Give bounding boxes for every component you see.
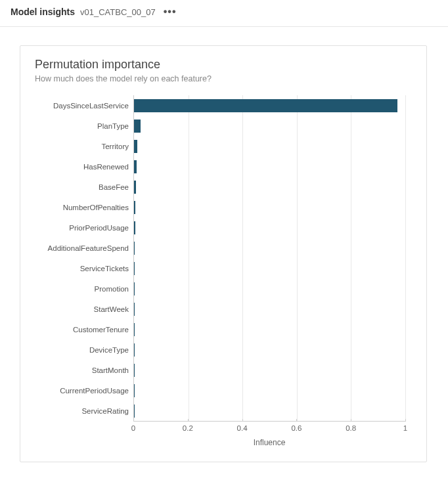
plot-area: DaysSinceLastServicePlanTypeTerritoryHas…	[133, 95, 405, 421]
feature-label: PlanType	[97, 122, 134, 130]
chart-row: PlanType	[134, 120, 405, 133]
x-tick-mark	[296, 419, 297, 422]
chart-row: Promotion	[134, 282, 405, 295]
header-subtitle: v01_CATBC_00_07	[80, 7, 156, 17]
feature-label: StartMonth	[92, 366, 134, 374]
bar	[134, 120, 141, 133]
feature-label: Promotion	[95, 285, 134, 293]
chart-row: ServiceTickets	[134, 262, 405, 275]
feature-label: DaysSinceLastService	[53, 102, 134, 110]
bar	[134, 160, 137, 173]
chart-row: Territory	[134, 140, 405, 153]
x-tick-mark	[242, 419, 243, 422]
feature-label: ServiceRating	[81, 407, 134, 415]
x-tick-mark	[188, 419, 189, 422]
feature-label: BaseFee	[99, 183, 134, 191]
bar	[134, 181, 136, 194]
x-tick-label: 0.6	[291, 424, 302, 432]
chart-row: NumberOfPenalties	[134, 201, 405, 214]
feature-label: CurrentPeriodUsage	[60, 387, 134, 395]
x-tick-label: 0	[131, 424, 135, 432]
x-axis-label: Influence	[133, 438, 405, 447]
bar	[134, 343, 135, 357]
x-tick-mark	[133, 419, 134, 422]
x-tick-label: 1	[403, 424, 407, 432]
bar	[134, 99, 397, 112]
chart-row: CustomerTenure	[134, 323, 405, 336]
permutation-importance-chart: DaysSinceLastServicePlanTypeTerritoryHas…	[35, 95, 412, 447]
bar	[134, 221, 135, 234]
feature-label: AdditionalFeatureSpend	[48, 244, 134, 252]
chart-row: DaysSinceLastService	[134, 99, 405, 112]
bar	[134, 242, 135, 255]
chart-row: BaseFee	[134, 181, 405, 194]
bar	[134, 303, 135, 316]
chart-row: PriorPeriodUsage	[134, 221, 405, 234]
card-subtitle: How much does the model rely on each fea…	[35, 74, 412, 83]
feature-label: ServiceTickets	[80, 265, 134, 273]
bar	[134, 262, 135, 275]
card-title: Permutation importance	[35, 58, 412, 72]
bar	[134, 282, 135, 295]
x-axis: 00.20.40.60.81	[133, 421, 405, 437]
x-tick-label: 0.8	[346, 424, 356, 432]
x-tick-label: 0.2	[183, 424, 193, 432]
feature-label: DeviceType	[89, 346, 134, 354]
page-header: Model insights v01_CATBC_00_07 •••	[0, 0, 448, 27]
feature-label: PriorPeriodUsage	[69, 224, 134, 232]
chart-row: CurrentPeriodUsage	[134, 384, 405, 397]
permutation-importance-card: Permutation importance How much does the…	[20, 45, 427, 462]
chart-row: DeviceType	[134, 343, 405, 357]
feature-label: NumberOfPenalties	[63, 204, 134, 211]
feature-label: HasRenewed	[83, 163, 134, 171]
chart-row: AdditionalFeatureSpend	[134, 242, 405, 255]
x-tick-mark	[351, 419, 351, 422]
header-title: Model insights	[11, 7, 75, 17]
bar	[134, 140, 137, 153]
more-icon[interactable]: •••	[161, 7, 179, 17]
chart-row: ServiceRating	[134, 404, 405, 418]
gridline	[405, 95, 406, 421]
chart-row: StartWeek	[134, 303, 405, 316]
bar	[134, 323, 135, 336]
chart-row: StartMonth	[134, 364, 405, 377]
feature-label: Territory	[101, 142, 134, 150]
x-tick-mark	[405, 419, 406, 422]
x-tick-label: 0.4	[237, 424, 248, 432]
bar	[134, 201, 135, 214]
chart-row: HasRenewed	[134, 160, 405, 173]
feature-label: CustomerTenure	[73, 326, 134, 334]
feature-label: StartWeek	[94, 305, 134, 313]
